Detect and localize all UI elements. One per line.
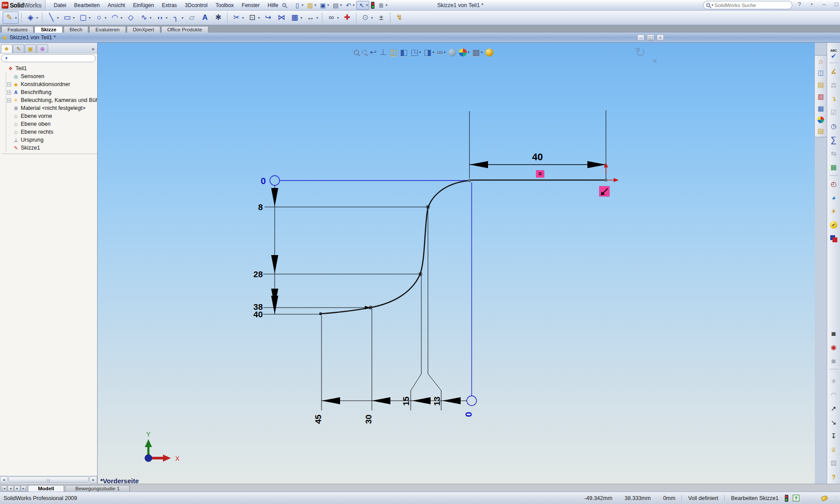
- help-toolbar-button[interactable]: ?: [827, 470, 840, 484]
- dimension-8[interactable]: 8: [258, 203, 263, 212]
- status-tag-icon[interactable]: [821, 495, 829, 501]
- save-button[interactable]: ▣▾: [318, 1, 330, 9]
- tree-filter[interactable]: ▼: [1, 54, 96, 62]
- arc-snap-button[interactable]: ◠: [827, 388, 840, 402]
- chevron-down-icon[interactable]: ▾: [105, 16, 106, 20]
- trim-entities-button[interactable]: ✂▾: [230, 12, 245, 23]
- realview-tab[interactable]: [817, 117, 824, 123]
- help-button[interactable]: ?: [795, 1, 804, 8]
- chevron-down-icon[interactable]: ▾: [73, 16, 75, 20]
- chevron-down-icon[interactable]: ▾: [302, 3, 303, 7]
- doc-minimize-button[interactable]: –: [637, 34, 644, 41]
- spline-curve[interactable]: [321, 181, 469, 314]
- open-button[interactable]: ▥▾: [305, 1, 317, 9]
- chevron-down-icon[interactable]: ▾: [432, 50, 434, 54]
- chevron-down-icon[interactable]: ▾: [481, 50, 483, 54]
- chevron-down-icon[interactable]: ▾: [386, 3, 387, 7]
- zoom-fit-button[interactable]: [354, 50, 359, 55]
- fillet-tool-button[interactable]: ╮▾: [170, 12, 185, 23]
- tab-evaluieren[interactable]: Evaluieren: [89, 26, 125, 33]
- mate-crown-button[interactable]: ♕: [827, 443, 840, 456]
- tab-configurationmanager[interactable]: ▣: [25, 44, 36, 53]
- tab-features[interactable]: Features: [1, 26, 34, 33]
- menu-bearbeiten[interactable]: Bearbeiten: [70, 0, 104, 10]
- dice-button[interactable]: ⚄: [827, 456, 840, 470]
- graphics-viewport[interactable]: ↩ ⊥ ◫ ◧ ◳▾ ◨▾ ∞▾ ▾ ▦▾ ↻ × 40 0: [98, 43, 815, 484]
- display-style-button[interactable]: ◨▾: [424, 47, 434, 57]
- instant2d-button[interactable]: ±: [375, 12, 387, 23]
- chevron-down-icon[interactable]: ▾: [89, 16, 91, 20]
- solidworks-search[interactable]: ▾: [703, 1, 792, 9]
- chevron-down-icon[interactable]: ▾: [419, 50, 421, 54]
- relation-badge-fixed[interactable]: [599, 186, 609, 196]
- menu-3dcontrol[interactable]: 3Dcontrol: [181, 0, 212, 10]
- chevron-down-icon[interactable]: ▾: [353, 3, 355, 7]
- rectangle-tool-button[interactable]: ▭▾: [61, 12, 76, 23]
- tree-root-part[interactable]: ❖ Teil1: [2, 64, 97, 72]
- tree-item-beschriftung[interactable]: + A Beschriftung: [7, 88, 97, 96]
- ordinate-baselines[interactable]: 0 0: [261, 176, 477, 417]
- toolbox-tab[interactable]: ▥: [817, 93, 824, 101]
- compare-documents-button[interactable]: [827, 232, 840, 245]
- nav-next-button[interactable]: ►: [14, 485, 20, 491]
- section-view-button[interactable]: ◫: [389, 47, 397, 57]
- menu-einfuegen[interactable]: Einfügen: [129, 0, 158, 10]
- dimension-13[interactable]: 13: [432, 396, 442, 406]
- statistics-button[interactable]: ◷: [827, 119, 840, 133]
- design-library-tab[interactable]: ◫: [817, 69, 824, 77]
- chevron-down-icon[interactable]: ▾: [242, 16, 244, 20]
- nav-prev-button[interactable]: ◄: [8, 485, 14, 491]
- minimize-button[interactable]: –: [820, 1, 829, 8]
- maximize-button[interactable]: □: [832, 1, 840, 8]
- search-input[interactable]: [715, 3, 789, 8]
- tree-item-ebene-vorne[interactable]: ◇ Ebene vorne: [7, 112, 97, 120]
- apply-scene-button[interactable]: ▦▾: [472, 47, 483, 57]
- zoom-area-button[interactable]: [362, 50, 367, 55]
- ellipse-tool-button[interactable]: ◖◗▾: [154, 12, 169, 23]
- ordinate-zero-left[interactable]: 0: [261, 176, 266, 186]
- snap-ne-button[interactable]: ↗: [827, 402, 840, 415]
- polygon-tool-button[interactable]: ◇: [125, 12, 137, 23]
- performance-button[interactable]: ◴: [827, 177, 840, 191]
- line-tool-button[interactable]: ╲▾: [45, 12, 60, 23]
- tree-item-ebene-rechts[interactable]: ◇ Ebene rechts: [7, 128, 97, 136]
- point-snap-button[interactable]: ✳: [827, 374, 840, 388]
- solidworks-resources-tab[interactable]: ⌂: [819, 57, 823, 65]
- chevron-down-icon[interactable]: ▾: [468, 50, 469, 54]
- appearances-scenes-tab[interactable]: ▦: [817, 105, 824, 113]
- chevron-down-icon[interactable]: ▾: [300, 16, 302, 20]
- chevron-down-icon[interactable]: ▾: [182, 16, 183, 20]
- scroll-right-arrow[interactable]: ▸: [90, 476, 97, 483]
- tab-propertymanager[interactable]: ✎: [13, 44, 24, 53]
- status-help-icon[interactable]: ?: [793, 495, 799, 501]
- dimension-40-top[interactable]: 40: [469, 110, 606, 179]
- chevron-down-icon[interactable]: ▾: [337, 16, 339, 20]
- scroll-left-arrow[interactable]: ◂: [0, 476, 8, 483]
- options-button[interactable]: ≣▾: [376, 1, 388, 9]
- new-document-button[interactable]: ▯▾: [292, 1, 304, 9]
- linear-pattern-button[interactable]: ▦▾: [288, 12, 303, 23]
- tab-blech[interactable]: Blech: [64, 26, 89, 33]
- resize-grip[interactable]: ·․·․·․: [834, 494, 839, 502]
- status-rebuild-icon[interactable]: [785, 495, 788, 502]
- help-dropdown[interactable]: ▾: [807, 2, 816, 6]
- add-relation-button[interactable]: ✚: [341, 12, 353, 23]
- display-relations-button[interactable]: ∞▾: [325, 12, 340, 23]
- move-entities-button[interactable]: ↔▾: [304, 12, 319, 23]
- chevron-down-icon[interactable]: ▾: [36, 16, 38, 20]
- section-properties-button[interactable]: ↴: [827, 92, 840, 105]
- chevron-down-icon[interactable]: ▾: [444, 50, 446, 54]
- normal-to-button[interactable]: ⊥: [379, 47, 387, 57]
- print-button[interactable]: ▤▾: [331, 1, 343, 9]
- toolbar-grip[interactable]: · · · ·: [829, 44, 838, 48]
- standard-views-button[interactable]: ◳▾: [410, 47, 421, 57]
- custom-properties-tab[interactable]: ▤: [817, 127, 824, 135]
- toolbar-grip[interactable]: · · · ·: [829, 371, 838, 374]
- menu-extras[interactable]: Extras: [158, 0, 181, 10]
- point-tool-button[interactable]: ✱: [212, 12, 224, 23]
- shadows-button[interactable]: [448, 49, 456, 56]
- measure-button[interactable]: ∡: [827, 64, 840, 78]
- deviation-analysis-button[interactable]: ⇆: [827, 147, 840, 160]
- menu-hilfe[interactable]: Hilfe: [264, 0, 282, 10]
- tab-modell[interactable]: Modell: [28, 485, 64, 492]
